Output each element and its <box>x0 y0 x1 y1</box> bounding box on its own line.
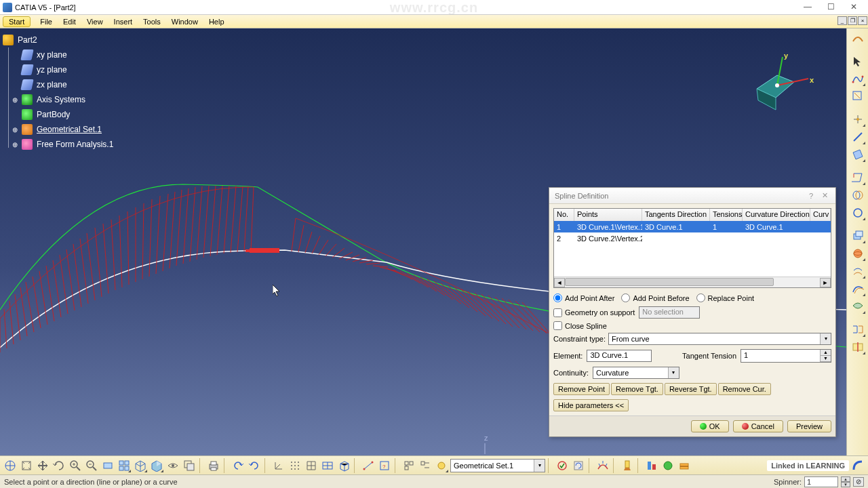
spec-tree[interactable]: Part2 xy plane yz plane zx plane ⊕ Axis … <box>3 33 115 152</box>
fit-all-icon[interactable] <box>19 458 34 473</box>
add-point-after-radio[interactable]: Add Point After <box>553 293 614 302</box>
multi-view-icon[interactable] <box>117 458 132 473</box>
chevron-down-icon[interactable]: ▾ <box>534 460 545 472</box>
horizontal-scrollbar[interactable]: ◄ ► <box>554 277 831 287</box>
element-field[interactable]: 3D Curve.1 <box>587 350 652 362</box>
scroll-left-icon[interactable]: ◄ <box>554 278 565 287</box>
remove-point-button[interactable]: Remove Point <box>553 383 610 395</box>
remove-tgt-button[interactable]: Remove Tgt. <box>611 383 663 395</box>
offset-tool-icon[interactable] <box>850 263 866 279</box>
insert-body-icon[interactable] <box>434 458 449 473</box>
circle-tool-icon[interactable] <box>850 205 866 221</box>
dialog-titlebar[interactable]: Spline Definition ? ✕ <box>549 188 835 204</box>
tree-root[interactable]: Part2 <box>3 33 115 47</box>
tree-item[interactable]: ⊕ Geometrical Set.1 <box>3 122 115 137</box>
wireframe-icon[interactable] <box>320 458 335 473</box>
curve-analysis-icon[interactable] <box>595 458 610 473</box>
expand-icon[interactable]: ⊕ <box>11 96 19 104</box>
chevron-down-icon[interactable]: ▾ <box>820 333 831 344</box>
maximize-button[interactable]: ☐ <box>819 1 842 14</box>
add-point-before-radio[interactable]: Add Point Before <box>621 293 689 302</box>
menu-insert[interactable]: Insert <box>108 16 138 27</box>
minimize-button[interactable]: — <box>796 1 819 14</box>
menu-window[interactable]: Window <box>166 16 203 27</box>
zoom-in-icon[interactable] <box>68 458 83 473</box>
spin-up-icon[interactable]: ▲ <box>841 476 850 482</box>
shading-icon[interactable] <box>149 458 164 473</box>
dialog-help-icon[interactable]: ? <box>806 192 816 200</box>
hide-show-icon[interactable] <box>165 458 180 473</box>
mdi-min[interactable]: _ <box>837 16 847 25</box>
join-tool-icon[interactable] <box>850 321 866 338</box>
plane-tool-icon[interactable] <box>850 146 866 163</box>
project-tool-icon[interactable] <box>850 169 866 186</box>
swap-visible-icon[interactable] <box>182 458 197 473</box>
continuity-combo[interactable]: Curvature▾ <box>593 367 679 379</box>
extrude-tool-icon[interactable] <box>850 228 866 244</box>
close-spline-checkbox[interactable]: Close Spline <box>553 321 607 330</box>
box-icon[interactable] <box>336 458 351 473</box>
expand-icon[interactable]: ⊕ <box>11 126 19 134</box>
expand-icon[interactable]: ⊕ <box>11 141 19 148</box>
catia-logo-icon[interactable] <box>850 458 865 473</box>
analysis3-icon[interactable] <box>677 458 692 473</box>
remove-cur-button[interactable]: Remove Cur. <box>718 383 771 395</box>
close-button[interactable]: ✕ <box>842 1 865 14</box>
cancel-button[interactable]: Cancel <box>733 420 783 432</box>
tree-expand-icon[interactable] <box>401 458 416 473</box>
menu-tools[interactable]: Tools <box>138 16 166 27</box>
menu-help[interactable]: Help <box>203 16 230 27</box>
undo-icon[interactable] <box>231 458 245 473</box>
sketch-tool-icon[interactable] <box>850 88 866 104</box>
grid-points-icon[interactable] <box>288 458 302 473</box>
working-object-combo[interactable]: Geometrical Set.1▾ <box>450 459 545 472</box>
fill-tool-icon[interactable] <box>850 298 866 314</box>
sweep-tool-icon[interactable] <box>850 281 866 297</box>
tree-item[interactable]: ⊕ Free Form Analysis.1 <box>3 137 115 152</box>
menu-file[interactable]: File <box>35 16 58 27</box>
dialog-close-icon[interactable]: ✕ <box>819 191 830 200</box>
tree-collapse-icon[interactable] <box>418 458 433 473</box>
tree-item[interactable]: PartBody <box>3 107 115 122</box>
analysis2-icon[interactable] <box>660 458 675 473</box>
sphere-tool-icon[interactable] <box>850 245 866 262</box>
print-icon[interactable] <box>206 458 221 473</box>
normal-view-icon[interactable] <box>100 458 115 473</box>
tangent-tension-spinner[interactable]: 1 ▲▼ <box>741 349 831 363</box>
menu-view[interactable]: View <box>81 16 108 27</box>
spin-up-icon[interactable]: ▲ <box>821 350 831 356</box>
mdi-restore[interactable]: ❐ <box>848 16 857 25</box>
spline-tool-icon[interactable] <box>850 70 866 87</box>
iso-view-icon[interactable] <box>133 458 148 473</box>
point-tool-icon[interactable] <box>850 111 866 127</box>
list-row[interactable]: 1 3D Curve.1\Vertex.1 3D Curve.1 1 3D Cu… <box>554 221 831 232</box>
axis-gizmo[interactable]: y x <box>730 52 811 133</box>
axis-icon[interactable] <box>271 458 286 473</box>
scroll-right-icon[interactable]: ► <box>820 278 831 287</box>
pan-icon[interactable] <box>35 458 50 473</box>
select-arrow-icon[interactable] <box>850 53 866 69</box>
geometry-on-support-checkbox[interactable]: Geometry on support <box>553 308 635 317</box>
ok-button[interactable]: OK <box>691 420 729 432</box>
spin-down-icon[interactable]: ▼ <box>821 356 831 362</box>
scroll-thumb[interactable] <box>565 278 774 286</box>
tree-item[interactable]: ⊕ Axis Systems <box>3 92 115 107</box>
chevron-down-icon[interactable]: ▾ <box>668 367 679 378</box>
menu-edit[interactable]: Edit <box>58 16 81 27</box>
tree-item[interactable]: yz plane <box>3 62 115 77</box>
grid-icon[interactable] <box>304 458 319 473</box>
replace-point-radio[interactable]: Replace Point <box>696 293 755 302</box>
zoom-out-icon[interactable] <box>84 458 99 473</box>
stop-icon[interactable]: ⊘ <box>853 477 864 487</box>
reverse-tgt-button[interactable]: Reverse Tgt. <box>665 383 717 395</box>
update-icon[interactable] <box>555 458 570 473</box>
list-row[interactable]: 2 3D Curve.2\Vertex.2 <box>554 232 831 244</box>
tree-item[interactable]: xy plane <box>3 47 115 62</box>
paint-icon[interactable] <box>620 458 635 473</box>
start-menu[interactable]: Start <box>3 16 31 27</box>
spin-down-icon[interactable]: ▼ <box>841 482 850 487</box>
spinner-field[interactable]: 1 <box>804 476 838 487</box>
rotate-icon[interactable] <box>52 458 66 473</box>
preview-button[interactable]: Preview <box>787 420 831 432</box>
measure-between-icon[interactable] <box>361 458 376 473</box>
